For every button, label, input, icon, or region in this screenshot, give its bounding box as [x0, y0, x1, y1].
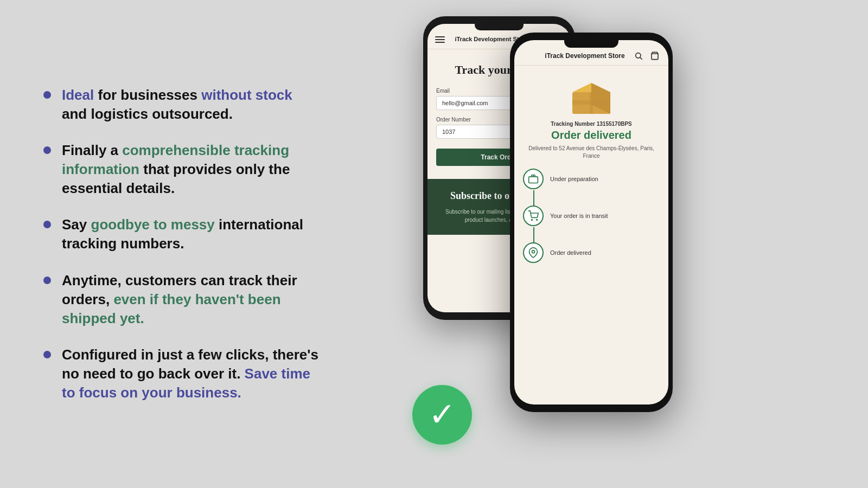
highlight-goodbye: goodbye to messy	[91, 216, 215, 233]
timeline: Under preparation Your order is in trans…	[514, 169, 668, 263]
svg-point-14	[532, 251, 535, 253]
feature-list: Ideal for businesses without stock and l…	[43, 86, 347, 402]
timeline-icon-transit	[523, 206, 544, 226]
tracking-number: Tracking Number 13155170BPS	[514, 121, 668, 127]
timeline-connector-1	[533, 190, 534, 207]
phone-back-notch	[475, 24, 524, 30]
bullet-text: Configured in just a few clicks, there's…	[62, 345, 318, 402]
phone-front: iTrack Development Store	[510, 33, 673, 412]
left-panel: Ideal for businesses without stock and l…	[0, 53, 380, 435]
phone-front-screen: iTrack Development Store	[514, 40, 668, 404]
bullet-item-2: Finally a comprehensible trackinginforma…	[43, 141, 347, 198]
bullet-dot	[43, 221, 51, 228]
spacer-2	[523, 226, 660, 242]
highlight-ideal: Ideal	[62, 87, 94, 103]
bullet-text: Anytime, customers can track theirorders…	[62, 271, 297, 328]
check-badge: ✓	[412, 385, 472, 445]
bullet-dot	[43, 146, 51, 154]
text-normal: Say	[62, 216, 91, 233]
bullet-text: Finally a comprehensible trackinginforma…	[62, 141, 290, 198]
bullet-dot	[43, 277, 51, 284]
search-icon-front[interactable]	[634, 51, 643, 61]
svg-point-12	[532, 220, 533, 221]
delivery-address: Delivered to 52 Avenue des Champs-Élysée…	[514, 145, 668, 160]
timeline-item-1: Under preparation	[523, 169, 660, 189]
front-header-icons	[634, 51, 660, 61]
svg-point-3	[636, 53, 641, 58]
bullet-dot	[43, 91, 51, 99]
check-icon: ✓	[429, 399, 456, 431]
hamburger-icon[interactable]	[435, 36, 445, 43]
highlight-without-stock: without stock	[201, 87, 292, 103]
text-normal-2: and logistics outsourced.	[62, 106, 233, 122]
bullet-text: Say goodbye to messy internationaltracki…	[62, 215, 303, 253]
timeline-connector-2	[533, 227, 534, 243]
bullet-item-1: Ideal for businesses without stock and l…	[43, 86, 347, 124]
store-name-front: iTrack Development Store	[545, 52, 624, 60]
timeline-label-1: Under preparation	[550, 176, 598, 182]
svg-rect-11	[529, 177, 538, 183]
text-normal: Finally a	[62, 142, 122, 158]
bullet-item-4: Anytime, customers can track theirorders…	[43, 271, 347, 328]
timeline-item-2: Your order is in transit	[523, 206, 660, 226]
timeline-label-2: Your order is in transit	[550, 213, 608, 219]
bullet-text: Ideal for businesses without stock and l…	[62, 86, 292, 124]
timeline-label-3: Order delivered	[550, 249, 591, 256]
timeline-icon-delivered	[523, 242, 544, 263]
bullet-item-5: Configured in just a few clicks, there's…	[43, 345, 347, 402]
cart-icon-front[interactable]	[650, 51, 660, 61]
bullet-item-3: Say goodbye to messy internationaltracki…	[43, 215, 347, 253]
svg-line-4	[640, 57, 642, 60]
timeline-item-3: Order delivered	[523, 242, 660, 263]
svg-point-13	[537, 220, 538, 221]
spacer-1	[523, 189, 660, 206]
bullet-dot	[43, 351, 51, 358]
order-status: Order delivered	[514, 129, 668, 142]
svg-rect-10	[590, 92, 593, 114]
package-icon	[567, 73, 616, 117]
timeline-icon-preparation	[523, 169, 544, 189]
phone-front-notch	[564, 40, 618, 48]
right-panel: iTrack Development Store Track your orde…	[380, 0, 868, 488]
text-normal: for businesses	[94, 87, 201, 103]
